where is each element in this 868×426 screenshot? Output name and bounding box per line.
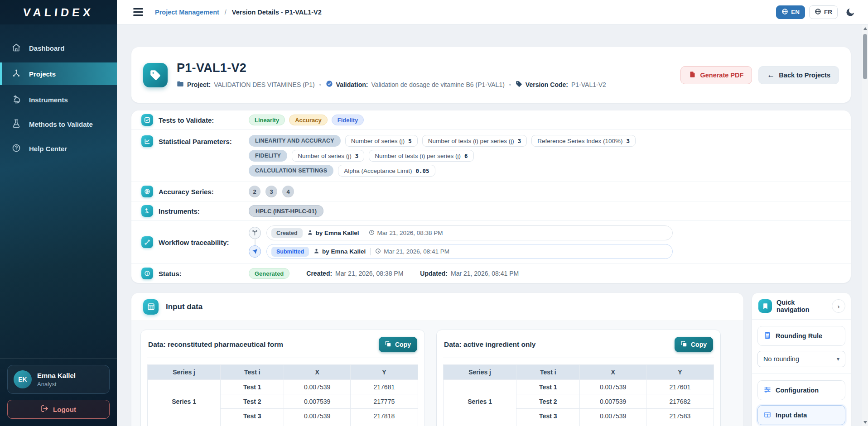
copy-button[interactable]: Copy [675,337,713,352]
input-data-header: Input data [131,293,743,321]
rounding-rule-card[interactable]: Rounding Rule [757,326,845,346]
workflow-submitted-by: by Emna Kallel [313,248,366,255]
workflow-created-box: Created by Emna Kallel [266,225,673,240]
page-content: P1-VAL1-V2 Project: VALIDATION DES VITAM… [117,24,868,426]
divider [370,248,371,255]
tag-icon [143,63,168,87]
page-title: P1-VAL1-V2 [177,61,671,75]
back-to-projects-button[interactable]: ← Back to Projects [758,66,839,84]
microscope-small-icon [141,205,153,217]
breadcrumb-separator: / [225,9,227,16]
stat-row-fidelity: FIDELITY Number of series (j) 3 Number o… [249,150,636,162]
lang-en-button[interactable]: EN [776,5,805,19]
workflow-badge-created: Created [271,228,303,238]
breadcrumb: Project Management / Version Details - P… [155,9,322,16]
stat-param-pill: Number of tests (i) per series (j) 6 [369,150,473,162]
user-role: Analyst [37,381,76,388]
row-label: Accuracy Series: [141,186,249,197]
input-data-nav-label: Input data [776,412,807,419]
sidebar-item-dashboard[interactable]: Dashboard [0,38,117,58]
workflow-item-submitted: Submitted by Emna Kallel [249,244,673,259]
copy-button[interactable]: Copy [379,337,417,352]
tag-small-icon [516,81,522,89]
dot-separator [319,84,321,86]
logout-icon [41,405,48,414]
input-data-title: Input data [166,302,203,311]
header-actions: Generate PDF ← Back to Projects [680,66,839,84]
table-row: Series 1 Test 1 0.007539 217601 [444,380,714,394]
status-updated: Updated: Mar 21, 2026, 08:41 PM [420,270,519,277]
folder-icon [177,80,184,89]
header-meta: Project: VALIDATION DES VITAMINES (P1) V… [177,80,671,89]
scrollbar-up-arrow[interactable] [863,27,867,30]
col-series-j: Series j [148,365,221,380]
configuration-card[interactable]: Configuration [757,380,845,400]
bottom-section: Input data Data: reconstituted pharmaceu… [131,293,851,426]
lang-fr-button[interactable]: FR [809,5,838,19]
test-badge-linearity: Linearity [249,115,285,125]
app-root: VALIDEX Dashboard Projects Instruments [0,0,868,426]
chart-icon [141,135,153,147]
bookmark-icon [758,299,772,313]
person-icon [313,248,319,255]
sidebar-footer: EK Emna Kallel Analyst Logout [0,358,117,426]
meta-version-code: Version Code: P1-VAL1-V2 [516,81,606,89]
row-label: Statistical Parameters: [141,135,249,147]
verified-check-icon [326,80,333,89]
hamburger-menu-icon[interactable] [133,8,143,16]
copy-icon [681,341,687,349]
input-data-body: Data: reconstituted pharmaceutical form … [131,321,743,426]
scrollbar-down-arrow[interactable] [863,421,867,424]
dot-separator [509,84,511,86]
configuration-label: Configuration [776,387,819,394]
row-label: Tests to Validate: [141,114,249,126]
logout-button[interactable]: Logout [7,400,110,419]
sidebar-item-help[interactable]: Help Center [0,139,117,158]
pdf-file-icon [689,71,696,79]
sidebar-item-label: Methods to Validate [29,120,93,128]
table-row: Series 2 Test 1 0.010052 290256 [148,423,418,426]
instruments-label: Instruments: [159,207,200,215]
avatar: EK [14,370,32,388]
workflow-icon [141,236,153,248]
input-data-nav-card[interactable]: Input data [757,405,845,425]
series-circle: 3 [265,186,277,197]
stat-parameters: LINEARITY AND ACCURACY Number of series … [249,134,636,177]
status-created: Created: Mar 21, 2026, 08:38 PM [306,270,403,277]
col-test-i: Test i [221,365,284,380]
sidebar-item-methods[interactable]: Methods to Validate [0,114,117,134]
row-tests-to-validate: Tests to Validate: Linearity Accuracy Fi… [131,110,851,130]
sidebar-item-label: Projects [29,70,56,78]
table-row: Series 2 Test 1 0.010052 290155 [444,423,714,426]
copy-icon [385,341,391,349]
breadcrumb-link[interactable]: Project Management [155,9,219,16]
meta-project: Project: VALIDATION DES VITAMINES (P1) [177,80,315,89]
table-header-row: Series j Test i X Y [148,365,418,380]
scrollbar[interactable] [862,25,868,426]
col-x: X [284,365,350,380]
generate-pdf-button[interactable]: Generate PDF [680,66,752,84]
col-series-j: Series j [444,365,516,380]
collapse-chevron-button[interactable]: › [832,299,845,313]
copy-label: Copy [691,341,707,348]
sidebar-item-instruments[interactable]: Instruments [0,90,117,110]
workflow-created-date: Mar 21, 2026, 08:38 PM [369,230,443,237]
data-card-header: Data: reconstituted pharmaceutical form … [147,336,418,358]
scrollbar-thumb[interactable] [863,34,867,79]
home-icon [12,43,21,53]
col-y: Y [646,365,714,380]
user-card[interactable]: EK Emna Kallel Analyst [7,365,110,394]
sidebar: VALIDEX Dashboard Projects Instruments [0,0,117,426]
copy-label: Copy [395,341,411,348]
table-header-row: Series j Test i X Y [444,365,714,380]
dark-mode-moon-icon[interactable] [845,7,855,17]
sidebar-item-projects[interactable]: Projects [0,62,117,85]
arrow-left-icon: ← [767,71,775,79]
row-instruments: Instruments: HPLC (INST-HPLC-01) [131,201,851,221]
stat-group-pill: CALCULATION SETTINGS [249,165,333,177]
status-content: Generated Created: Mar 21, 2026, 08:38 P… [249,268,519,279]
stat-row-calculation: CALCULATION SETTINGS Alpha (Acceptance L… [249,165,636,177]
globe-icon [781,8,788,16]
table-small-icon [764,411,771,420]
rounding-select[interactable]: No rounding ▾ [757,351,845,367]
